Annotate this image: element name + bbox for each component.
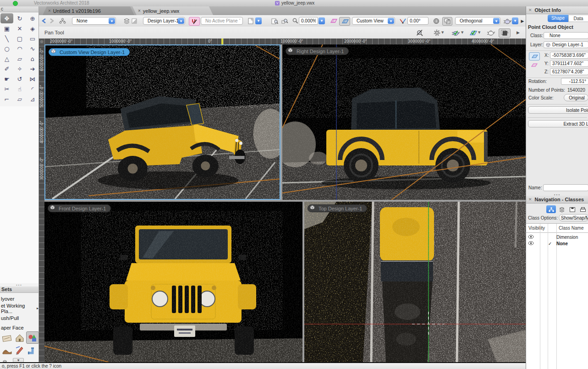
drafting-tool-set-icon[interactable] [0, 331, 13, 344]
fit-to-page-icon[interactable] [247, 17, 255, 25]
tab-untitled[interactable]: × Untitled 1 v2019b196 [43, 6, 134, 15]
multiple-view-panes-icon[interactable] [442, 17, 452, 26]
class-field[interactable]: None [544, 32, 588, 39]
working-plane-blue-icon[interactable] [339, 17, 350, 26]
viewport-right[interactable]: Right Design Layer-1 [282, 44, 526, 200]
tab-close-icon[interactable]: × [48, 8, 51, 13]
nav-tab-references-icon[interactable] [578, 205, 588, 213]
working-plane-dropdown[interactable]: No Active Plane˅ [201, 17, 243, 25]
view-dropdown[interactable]: Custom View▼ [352, 17, 395, 25]
tab-data[interactable]: Data [568, 15, 588, 22]
chevron-down-icon[interactable]: ▼ [493, 18, 500, 24]
extract-3d-loci-button[interactable]: Extract 3D Lo [528, 120, 588, 127]
y-field[interactable]: 3791114'7.602" [550, 60, 588, 67]
isolate-points-button[interactable]: Isolate Point [528, 106, 588, 114]
viewport-layout-button[interactable] [499, 28, 511, 38]
viewport-label-front[interactable]: Front Design Layer-1 [48, 204, 111, 212]
close-icon[interactable]: ✕ [528, 197, 532, 202]
connect-combine-tool[interactable]: ⊿ [26, 94, 39, 104]
viewport-front[interactable]: Front Design Layer-1 [44, 202, 302, 362]
clip-cube-tool[interactable]: ☛ [0, 74, 13, 84]
tool-set-item-taper-face[interactable]: aper Face [0, 323, 38, 332]
plane-pink-icon[interactable] [529, 61, 539, 69]
column-visibility[interactable]: Visibility [528, 224, 545, 232]
close-icon[interactable]: ✕ [528, 8, 532, 12]
class-dropdown[interactable]: None▼ [72, 17, 116, 25]
freehand-tool[interactable]: ∿ [26, 44, 39, 54]
detailing-tool-set-icon[interactable] [13, 344, 26, 356]
site-planning-tool-set-icon[interactable] [0, 344, 13, 356]
chevron-down-icon[interactable]: ▼ [109, 18, 115, 24]
fillet-tool[interactable]: ◜ [26, 84, 39, 94]
no-snapping-magnifier-icon[interactable] [416, 28, 424, 37]
ruler-origin-icon[interactable]: ◎ [39, 39, 44, 44]
plane-blue-icon[interactable] [529, 52, 540, 61]
visibility-cursor-tool[interactable]: ➔ [26, 64, 39, 74]
nav-tab-saved-views-icon[interactable] [567, 205, 577, 213]
layer-options-icon[interactable] [131, 17, 138, 25]
push-pull-tool[interactable]: ☝ [13, 84, 26, 94]
trim-tool[interactable]: ✂ [0, 84, 13, 94]
modebar-overflow-arrow[interactable]: ▶ [517, 28, 520, 37]
nav-tab-classes-icon[interactable] [546, 205, 556, 213]
name-input[interactable] [543, 184, 588, 191]
layers-icon[interactable] [122, 17, 131, 25]
line-tool[interactable]: ╲ [0, 33, 13, 44]
forward-arrow-button[interactable] [48, 17, 55, 25]
building-shell-tool-set-icon[interactable] [13, 331, 26, 344]
offset-tool[interactable]: ⌐ [0, 94, 13, 104]
selection-tool[interactable]: ▣ [0, 23, 13, 33]
ellipse-tool[interactable]: ○ [0, 44, 13, 54]
rotate-tool[interactable]: ↺ [13, 74, 26, 84]
3d-modeling-tool-set-icon[interactable] [26, 331, 39, 344]
tab-yellow-jeep[interactable]: × yellow_jeep.vwx [132, 6, 213, 15]
rotate-plan-axes-icon[interactable] [399, 17, 407, 25]
unified-view-icon[interactable] [432, 17, 440, 25]
settings-gear-button[interactable]: ▼ [434, 28, 444, 37]
rotation-field[interactable]: -112.51° [561, 78, 588, 85]
zoom-objects-icon[interactable] [280, 17, 289, 25]
arc-tool[interactable]: ◠ [13, 44, 26, 54]
saved-views-icon[interactable] [58, 17, 66, 25]
toolbar-overflow-arrow[interactable]: ▶ [520, 17, 525, 25]
viewport-label-right[interactable]: Right Design Layer-1 [286, 47, 349, 55]
zoom-icon[interactable] [292, 17, 298, 25]
class-options-dropdown[interactable]: Show/Snap/Modi [559, 214, 588, 221]
active-plane-magnet-icon[interactable] [189, 17, 200, 26]
zoom-tool[interactable]: ⊕ [26, 13, 39, 23]
basic-palette-header[interactable]: c [0, 6, 38, 12]
mirror-tool[interactable]: ⋈ [26, 74, 39, 84]
pan-tool[interactable]: ✥ [0, 13, 13, 23]
rectangle-tool[interactable]: ▢ [13, 33, 26, 44]
background-render-teapot-icon[interactable] [487, 28, 495, 37]
visibility-eye-icon[interactable] [526, 235, 534, 240]
translate-3d-tool[interactable]: ◈ [26, 23, 39, 33]
palette-drag-handle[interactable]: ••• [0, 283, 38, 286]
tab-close-icon[interactable]: × [138, 8, 141, 13]
chevron-down-icon[interactable]: ˅ [239, 19, 241, 23]
zoom-level-field[interactable] [299, 17, 318, 25]
x-field[interactable]: -5075838'3.696" [550, 52, 588, 59]
plan-rotation-field[interactable] [407, 17, 429, 25]
projection-dropdown[interactable]: Orthogonal▼ [455, 17, 500, 25]
plane-check-button[interactable]: ▼ [469, 28, 480, 37]
eraser-tool[interactable]: ▱ [13, 94, 26, 104]
page-dropdown-button[interactable]: ▼ [255, 17, 262, 25]
nav-tab-layers-icon[interactable] [557, 205, 566, 213]
tool-set-item-flyover[interactable]: lyover [0, 294, 38, 303]
regular-polygon-tool[interactable]: ⌂ [26, 54, 39, 64]
layer-dropdown[interactable]: Design Layer-1▼ [143, 17, 185, 25]
layer-field[interactable]: Design Layer-1 [544, 41, 588, 48]
tool-set-item-working-plane[interactable]: et Working Pla... ▸ [0, 303, 38, 313]
delete-tool[interactable]: ✕ [13, 23, 26, 33]
traffic-light-green[interactable] [13, 1, 18, 6]
class-row-dimension[interactable]: Dimension [526, 234, 588, 240]
z-field[interactable]: 6127807'4.208" [550, 68, 588, 75]
class-row-none[interactable]: ✓ None [526, 241, 588, 247]
tool-set-item-push-pull[interactable]: ush/Pull [0, 313, 38, 323]
working-plane-pink-icon[interactable] [329, 17, 338, 25]
render-mode-teapot-icon[interactable] [503, 17, 512, 25]
viewport-top[interactable]: Top Design Layer-1 [304, 202, 526, 362]
polyline-tool[interactable]: ▱ [13, 54, 26, 64]
color-scale-dropdown[interactable]: Original [564, 94, 588, 101]
